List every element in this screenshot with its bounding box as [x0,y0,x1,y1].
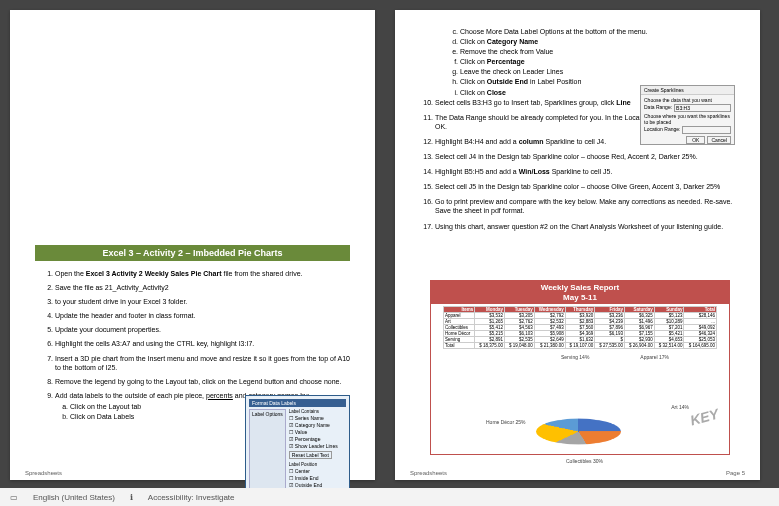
section-header: Excel 3 – Activity 2 – Imbedded Pie Char… [35,245,350,261]
key-table: ItemsMondayTuesdayWednesdayThursdayFrida… [443,306,717,349]
page-1: Excel 3 – Activity 2 – Imbedded Pie Char… [10,10,375,480]
accessibility-status[interactable]: Accessibility: Investigate [148,493,235,502]
key-watermark: KEY [689,406,721,429]
page-2: Choose More Data Label Options at the bo… [395,10,760,480]
pie-chart: KEY Serving 14% Apparel 17% Art 14% Home… [431,354,729,464]
sparkline-dialog-inset: Create Sparklines Choose the data that y… [640,85,735,145]
word-status-bar[interactable]: ▭ English (United States) ℹ Accessibilit… [0,488,779,506]
footer-left: Spreadsheets [25,470,62,476]
footer-right: Page 5 [726,470,745,476]
language-status[interactable]: English (United States) [33,493,115,502]
answer-key-chart: Weekly Sales ReportMay 5-11 ItemsMondayT… [430,280,730,455]
footer-left: Spreadsheets [410,470,447,476]
accessibility-icon: ℹ [130,493,133,502]
page-icon: ▭ [10,493,18,502]
